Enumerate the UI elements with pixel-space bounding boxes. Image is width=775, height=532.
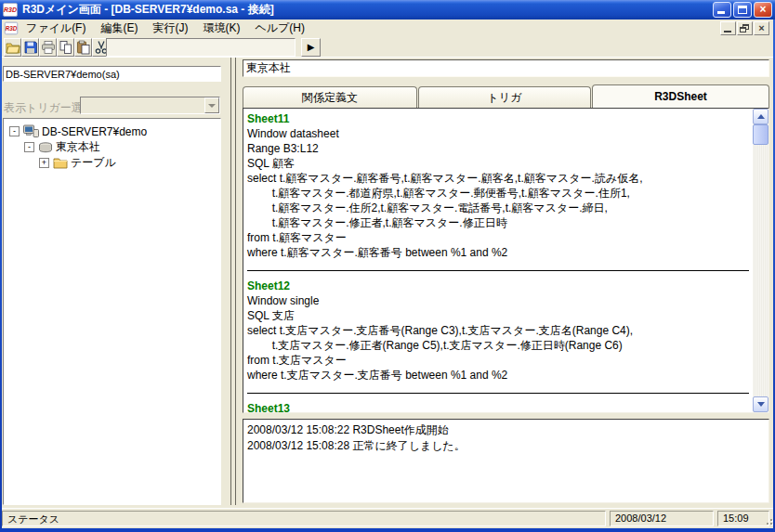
sheet-line: select t.顧客マスター.顧客番号,t.顧客マスター.顧客名,t.顧客マス…: [247, 171, 751, 186]
sheet-line: select t.支店マスター.支店番号(Range C3),t.支店マスター.…: [247, 323, 751, 338]
sheet-line: Window datasheet: [247, 126, 751, 141]
print-button[interactable]: [39, 38, 57, 57]
sheet-separator: [247, 270, 749, 271]
log-line: 2008/03/12 15:08:22 R3DSheet作成開始: [247, 422, 765, 438]
sheet-line: SQL 顧客: [247, 156, 751, 171]
save-icon: [23, 40, 38, 55]
tree-item-tables[interactable]: + テーブル: [39, 155, 220, 171]
log-line: 2008/03/12 15:08:28 正常に終了しました。: [247, 438, 765, 454]
maximize-button[interactable]: [733, 2, 752, 18]
trigger-select-combobox[interactable]: [80, 97, 220, 114]
sheet-line: t.顧客マスター.住所2,t.顧客マスター.電話番号,t.顧客マスター.締日,: [247, 201, 751, 215]
window-title: R3Dメイン画面 - [DB-SERVER7¥demo.sa - 接続]: [22, 2, 713, 18]
minimize-icon: [724, 31, 731, 32]
run-button[interactable]: ▶: [301, 38, 321, 57]
sheet-line: SQL 支店: [247, 308, 751, 323]
collapse-toggle[interactable]: -: [24, 142, 34, 152]
computer-icon: [23, 124, 39, 138]
paste-button[interactable]: [74, 38, 92, 57]
tab-r3dsheet[interactable]: R3DSheet: [592, 84, 769, 108]
mdi-restore-button[interactable]: [737, 21, 753, 35]
status-message: ステータス: [2, 511, 606, 526]
vertical-scrollbar[interactable]: [753, 109, 768, 412]
collapse-toggle[interactable]: -: [9, 126, 20, 136]
resize-grip[interactable]: [763, 515, 772, 525]
play-icon: ▶: [308, 42, 315, 52]
app-window: R3D R3Dメイン画面 - [DB-SERVER7¥demo.sa - 接続]…: [0, 0, 775, 532]
sheet-line: from t.支店マスター: [247, 353, 751, 368]
sheet-header: Sheet12: [247, 279, 751, 293]
mdi-document-icon: R3D: [5, 22, 18, 35]
menu-bar: R3D ファイル(F) 編集(E) 実行(J) 環境(K) ヘルプ(H) ×: [2, 19, 773, 37]
title-bar[interactable]: R3D R3Dメイン画面 - [DB-SERVER7¥demo.sa - 接続]…: [0, 0, 775, 19]
app-icon: R3D: [3, 3, 18, 17]
toolbar: ▶: [2, 37, 773, 58]
expand-toggle[interactable]: +: [39, 158, 49, 168]
tree-item-server[interactable]: - DB-SERVER7¥demo: [9, 123, 220, 139]
toolbar-input[interactable]: [106, 38, 296, 57]
scroll-up-button[interactable]: [753, 109, 768, 124]
tab-trigger[interactable]: トリガ: [418, 86, 591, 108]
sheet-line: t.支店マスター.修正者(Range C5),t.支店マスター.修正日時(Ran…: [247, 338, 751, 353]
close-button[interactable]: ×: [754, 2, 772, 18]
paste-icon: [76, 40, 91, 55]
tree-label[interactable]: 東京本社: [56, 139, 100, 155]
minimize-icon: [717, 11, 725, 14]
scrollbar-thumb[interactable]: [753, 124, 768, 145]
execution-log: 2008/03/12 15:08:22 R3DSheet作成開始 2008/03…: [243, 419, 769, 503]
status-time: 15:09: [717, 511, 769, 526]
sheet-definition-panel: Sheet11 Window datasheet Range B3:L12 SQ…: [243, 108, 769, 413]
save-button[interactable]: [21, 38, 39, 57]
sheet-line: t.顧客マスター.都道府県,t.顧客マスター.郵便番号,t.顧客マスター.住所1…: [247, 186, 751, 201]
scroll-down-button[interactable]: [753, 396, 768, 412]
chevron-up-icon: [757, 114, 765, 119]
menu-environment[interactable]: 環境(K): [195, 19, 247, 37]
status-bar: ステータス 2008/03/12 15:09: [0, 508, 775, 528]
sheet-separator: [247, 393, 749, 394]
sheet-line: where t.顧客マスター.顧客番号 between %1 and %2: [247, 245, 751, 260]
copy-button[interactable]: [57, 38, 74, 57]
database-icon: [38, 142, 53, 153]
target-field[interactable]: [243, 59, 769, 77]
mdi-minimize-button[interactable]: [720, 21, 736, 35]
minimize-button[interactable]: [713, 2, 731, 18]
combo-dropdown-button[interactable]: [204, 97, 219, 113]
folder-icon: [53, 157, 68, 169]
menu-file[interactable]: ファイル(F): [19, 19, 93, 37]
sheet-definition-text: Sheet11 Window datasheet Range B3:L12 SQ…: [243, 109, 753, 412]
connection-field[interactable]: [3, 66, 221, 82]
tree-label[interactable]: テーブル: [71, 155, 116, 171]
server-tree: - DB-SERVER7¥demo - 東京本社 + テーブル: [3, 118, 221, 505]
sheet-line: Window single: [247, 293, 751, 308]
sheet-header: Sheet13: [247, 401, 751, 412]
sheet-line: where t.支店マスター.支店番号 between %1 and %2: [247, 368, 751, 383]
status-date: 2008/03/12: [610, 511, 714, 526]
tree-label[interactable]: DB-SERVER7¥demo: [42, 125, 147, 138]
window-border: [0, 528, 775, 532]
tree-item-branch[interactable]: - 東京本社: [24, 139, 220, 155]
sheet-line: Range B3:L12: [247, 141, 751, 156]
menu-help[interactable]: ヘルプ(H): [247, 19, 312, 37]
menu-edit[interactable]: 編集(E): [93, 19, 145, 37]
menu-run[interactable]: 実行(J): [145, 19, 195, 37]
panel-splitter[interactable]: [230, 58, 236, 505]
open-icon: [6, 40, 20, 55]
sheet-header: Sheet11: [247, 111, 751, 126]
copy-icon: [59, 40, 73, 55]
tab-relation-definition[interactable]: 関係定義文: [243, 86, 417, 108]
chevron-down-icon: [757, 402, 765, 407]
mdi-close-button[interactable]: ×: [754, 21, 769, 35]
open-button[interactable]: [4, 38, 21, 57]
maximize-icon: [738, 6, 747, 14]
print-icon: [41, 40, 56, 55]
sheet-line: t.顧客マスター.修正者,t.顧客マスター.修正日時: [247, 215, 751, 230]
window-border: [0, 19, 2, 532]
sheet-line: from t.顧客マスター: [247, 230, 751, 245]
chevron-down-icon: [208, 104, 216, 108]
